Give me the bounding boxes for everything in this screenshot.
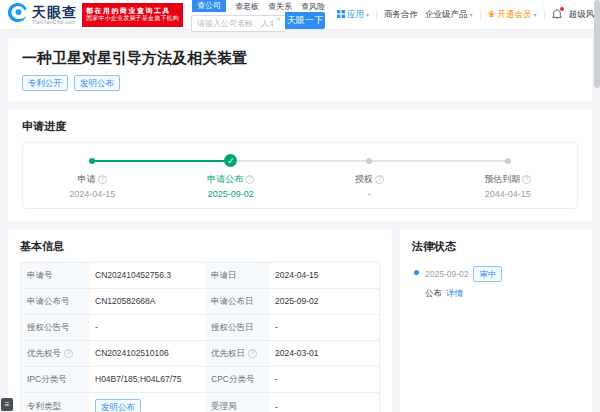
check-icon: ✓ <box>224 154 237 167</box>
info-icon[interactable]: ? <box>64 349 73 358</box>
divider <box>376 10 377 20</box>
step-label: 申请 <box>78 173 96 186</box>
patent-tags: 专利公开 发明公布 <box>22 75 578 91</box>
tianyancha-logo[interactable]: 天眼查 TianYanCha.com <box>6 1 77 28</box>
field-value: CN120582668A <box>89 289 205 314</box>
field-label-text: 优先权日 <box>211 348 245 360</box>
step-date: 2044-04-15 <box>485 189 531 199</box>
scrollbar-thumb[interactable] <box>594 0 600 88</box>
info-icon[interactable]: ? <box>98 175 107 184</box>
page-title: 一种卫星对星引导方法及相关装置 <box>22 49 578 68</box>
field-label: 优先权日 ? <box>205 341 269 366</box>
step-label: 预估到期 <box>484 173 520 186</box>
legal-status-action: 公布 <box>425 288 442 300</box>
legal-status-section-title: 法律状态 <box>412 239 580 254</box>
nav-vip-label: 开通会员 <box>498 9 532 21</box>
legal-status-date: 2025-09-02 <box>425 269 468 279</box>
field-label: 授权公告号 <box>21 315 89 340</box>
application-progress-card: 申请进度 申请 ? 2024-04-15 ✓ 申 <box>8 109 592 221</box>
legal-status-detail-link[interactable]: 详情 <box>446 288 463 300</box>
patent-tag-invention: 发明公布 <box>74 75 120 91</box>
info-icon[interactable]: ? <box>248 349 257 358</box>
menu-icon: ≡ <box>5 400 10 409</box>
patent-title-card: 一种卫星对星引导方法及相关装置 专利公开 发明公布 <box>8 38 592 101</box>
progress-section-title: 申请进度 <box>22 119 578 134</box>
scrollbar[interactable] <box>594 0 600 412</box>
field-value: - <box>89 315 205 340</box>
legal-status-card: 法律状态 2025-09-02 审中 公布 详情 <box>400 229 592 412</box>
search-button[interactable]: 天眼一下 <box>285 12 325 29</box>
page-content: 一种卫星对星引导方法及相关装置 专利公开 发明公布 申请进度 申请 ? 2024… <box>0 30 600 412</box>
step-dot <box>89 158 95 164</box>
notification-badge <box>560 7 564 11</box>
search-tab-risk[interactable]: 查风险 <box>301 1 325 12</box>
top-bar: 天眼查 TianYanCha.com 都在用的商业查询工具 国家中小企业发展子基… <box>0 0 600 30</box>
nav-biz-cooperation[interactable]: 商务合作 <box>384 9 418 21</box>
divider <box>544 10 545 20</box>
field-value: - <box>269 393 379 412</box>
info-icon[interactable]: ? <box>522 175 531 184</box>
nav-vip-upgrade[interactable]: ♛ 开通会员 ▾ <box>488 9 537 21</box>
nav-enterprise-label: 企业级产品 <box>425 9 468 21</box>
field-label: 申请公布号 <box>21 289 89 314</box>
field-value: 2024-04-15 <box>269 263 379 288</box>
field-label: IPC分类号 <box>21 367 89 392</box>
legal-status-item: 2025-09-02 审中 公布 详情 <box>412 266 580 300</box>
logo-icon <box>6 1 29 28</box>
step-date: - <box>368 189 371 199</box>
timeline-segment <box>92 160 231 162</box>
patent-type-tag: 发明公布 <box>95 399 141 412</box>
basic-info-card: 基本信息 申请号 CN202410452756.3 申请日 2024-04-15… <box>8 229 392 412</box>
info-icon[interactable]: ? <box>245 175 254 184</box>
step-label: 授权 <box>355 173 373 186</box>
field-value: - <box>269 315 379 340</box>
step-dot <box>366 158 372 164</box>
field-label-text: 优先权号 <box>27 348 61 360</box>
timeline-segment <box>369 160 508 162</box>
patent-tag-public: 专利公开 <box>22 75 68 91</box>
step-label: 申请公布 <box>207 173 243 186</box>
search-tab-company[interactable]: 查公司 <box>192 0 226 12</box>
field-label: 优先权号 ? <box>21 341 89 366</box>
table-row: 申请号 CN202410452756.3 申请日 2024-04-15 <box>21 263 379 288</box>
floating-widget[interactable]: ≡ <box>1 398 13 411</box>
field-label: 申请日 <box>205 263 269 288</box>
brand-domain: TianYanCha.com <box>32 20 77 25</box>
table-row: 授权公告号 - 授权公告日 - <box>21 314 379 340</box>
brand-name: 天眼查 <box>32 5 77 19</box>
step-dot <box>505 158 511 164</box>
nav-apps-label: 应用 <box>347 9 364 21</box>
nav-enterprise-products[interactable]: 企业级产品 ▾ <box>425 9 473 21</box>
search-tab-boss[interactable]: 查老板 <box>235 1 259 12</box>
field-value: 发明公布 <box>89 393 205 412</box>
search-tab-relation[interactable]: 查关系 <box>268 1 292 12</box>
field-value: CN202410452756.3 <box>89 263 205 288</box>
table-row: IPC分类号 H04B7/185;H04L67/75 CPC分类号 - <box>21 366 379 392</box>
grid-icon <box>337 10 345 20</box>
field-value: H04B7/185;H04L67/75 <box>89 367 205 392</box>
field-value: 2024-03-01 <box>269 341 379 366</box>
search-input[interactable] <box>191 15 285 32</box>
field-label: 授权公告日 <box>205 315 269 340</box>
clear-icon[interactable]: × <box>276 15 281 24</box>
step-date: 2025-09-02 <box>208 189 254 199</box>
promo-line2: 国家中小企业发展子基金旗下机构 <box>86 15 179 22</box>
crown-icon: ♛ <box>488 10 496 19</box>
field-value: - <box>269 367 379 392</box>
chevron-down-icon: ▾ <box>366 11 369 18</box>
notification-bell-icon[interactable] <box>552 9 562 20</box>
chevron-down-icon: ▾ <box>470 11 473 18</box>
search-tabs: 查公司 查老板 查关系 查风险 <box>191 1 325 12</box>
field-label: 申请号 <box>21 263 89 288</box>
bullet-dot <box>414 270 419 275</box>
basic-info-table: 申请号 CN202410452756.3 申请日 2024-04-15 申请公布… <box>20 262 380 412</box>
progress-timeline: 申请 ? 2024-04-15 ✓ 申请公布 ? 2025-09-02 <box>22 142 578 209</box>
info-icon[interactable]: ? <box>375 175 384 184</box>
search-area: 查公司 查老板 查关系 查风险 × 天眼一下 <box>191 1 325 29</box>
field-label: 受理局 <box>205 393 269 412</box>
divider <box>480 10 481 20</box>
nav-apps[interactable]: 应用 ▾ <box>337 9 369 21</box>
field-label: 申请公布日 <box>205 289 269 314</box>
promo-banner: 都在用的商业查询工具 国家中小企业发展子基金旗下机构 <box>82 3 183 27</box>
table-row: 优先权号 ? CN2024102510106 优先权日 ? 2024-03-01 <box>21 340 379 366</box>
